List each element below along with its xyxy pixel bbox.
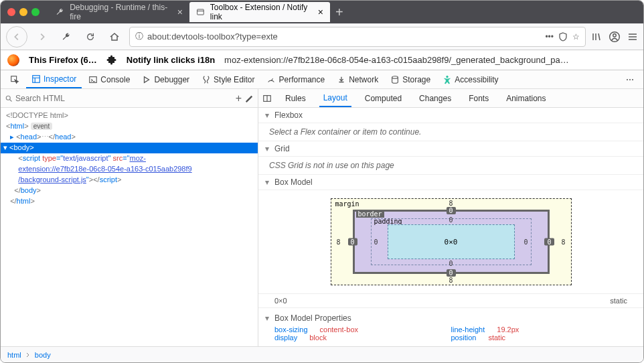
eyedropper-icon[interactable] — [244, 94, 254, 103]
element-position: static — [610, 297, 627, 305]
tab-layout[interactable]: Layout — [319, 89, 351, 107]
minimize-window[interactable] — [19, 8, 27, 16]
grid-header[interactable]: Grid — [258, 141, 643, 157]
margin-label: margin — [335, 200, 359, 208]
runtime-label: This Firefox (6… — [29, 55, 97, 65]
tab-network[interactable]: Network — [331, 70, 384, 88]
svg-line-4 — [598, 33, 600, 40]
layout-panel: Flexbox Select a Flex container or item … — [258, 108, 643, 346]
breadcrumb-item[interactable]: body — [35, 351, 51, 359]
svg-point-19 — [6, 96, 10, 100]
box-model-info: 0×0 static — [258, 294, 643, 308]
tab-inspector[interactable]: Inspector — [26, 70, 82, 88]
search-html-input[interactable] — [15, 94, 233, 103]
meatball-icon[interactable]: ••• — [545, 32, 554, 42]
back-button[interactable] — [6, 26, 27, 48]
library-icon[interactable] — [591, 31, 602, 42]
new-tab-button[interactable]: + — [335, 5, 343, 20]
html-pane-toolbar: + — [1, 89, 258, 107]
menu-icon[interactable] — [627, 31, 638, 42]
debug-target-bar: This Firefox (6… Notify link clicks i18n… — [1, 50, 643, 70]
account-icon[interactable] — [609, 31, 621, 43]
tab-computed[interactable]: Computed — [361, 89, 406, 107]
window-titlebar: Debugging - Runtime / this-fire × Toolbo… — [1, 1, 643, 23]
panel-layout-icon[interactable] — [262, 94, 272, 103]
add-node-button[interactable]: + — [236, 92, 242, 104]
svg-line-20 — [10, 99, 12, 101]
url-input[interactable] — [147, 31, 541, 42]
border-label: border — [356, 210, 384, 218]
svg-point-17 — [392, 76, 398, 78]
box-model-header[interactable]: Box Model — [258, 175, 643, 190]
svg-point-18 — [447, 76, 449, 78]
browser-tab-active[interactable]: Toolbox - Extension / Notify link × — [189, 2, 330, 22]
content-size[interactable]: 0×0 — [388, 224, 515, 259]
tab-accessibility[interactable]: Accessibility — [437, 70, 503, 88]
firefox-icon — [7, 54, 19, 66]
tab-label: Toolbox - Extension / Notify link — [210, 3, 313, 21]
breadcrumb: html body — [1, 346, 643, 362]
element-size: 0×0 — [274, 297, 287, 305]
devtools-toolbar: Inspector Console Debugger Style Editor … — [1, 70, 643, 89]
forward-button[interactable] — [33, 27, 52, 46]
browser-tab-inactive[interactable]: Debugging - Runtime / this-fire × — [49, 2, 189, 22]
flexbox-header[interactable]: Flexbox — [258, 108, 643, 123]
traffic-lights — [7, 8, 39, 16]
box-model-properties: Box Model Properties box-sizingcontent-b… — [258, 308, 643, 344]
doctype: <!DOCTYPE html> — [6, 111, 68, 119]
toolbar-right-icons — [591, 31, 638, 43]
html-tree[interactable]: <!DOCTYPE html> <html> event ▸ <head>⋯</… — [1, 108, 258, 346]
tab-style-editor[interactable]: Style Editor — [196, 70, 260, 88]
tab-fonts[interactable]: Fonts — [465, 89, 493, 107]
inspect-element-button[interactable] — [5, 70, 25, 88]
tab-performance[interactable]: Performance — [261, 70, 330, 88]
grid-message: CSS Grid is not in use on this page — [258, 157, 643, 175]
svg-rect-11 — [33, 75, 40, 82]
side-panel-tabs: Rules Layout Computed Changes Fonts Anim… — [258, 89, 643, 107]
selected-node[interactable]: ▾ <body> — [1, 143, 258, 153]
extension-path: moz-extension://e7fb218e-06c8-054e-a163-… — [224, 55, 637, 65]
tab-debugger[interactable]: Debugger — [137, 70, 195, 88]
svg-point-6 — [613, 33, 617, 37]
maximize-window[interactable] — [31, 8, 39, 16]
tab-storage[interactable]: Storage — [385, 70, 436, 88]
inspector-secondary-toolbar: + Rules Layout Computed Changes Fonts An… — [1, 89, 643, 108]
inspector-main: <!DOCTYPE html> <html> event ▸ <head>⋯</… — [1, 108, 643, 346]
close-tab-icon[interactable]: × — [318, 7, 323, 17]
extension-puzzle-icon — [106, 55, 117, 66]
tab-rules[interactable]: Rules — [281, 89, 310, 107]
tab-animations[interactable]: Animations — [502, 89, 550, 107]
address-bar[interactable]: ⓘ ••• ☆ — [129, 27, 586, 47]
event-badge[interactable]: event — [31, 123, 52, 130]
shield-icon[interactable] — [558, 31, 568, 42]
star-icon[interactable]: ☆ — [572, 32, 580, 42]
tab-changes[interactable]: Changes — [415, 89, 455, 107]
flexbox-message: Select a Flex container or item to conti… — [258, 123, 643, 141]
navigation-toolbar: ⓘ ••• ☆ — [1, 23, 643, 50]
reload-button[interactable] — [81, 27, 100, 46]
bm-props-header[interactable]: Box Model Properties — [258, 311, 643, 325]
wrench-icon[interactable] — [57, 27, 76, 46]
info-icon[interactable]: ⓘ — [135, 31, 143, 42]
tab-console[interactable]: Console — [83, 70, 135, 88]
search-html[interactable] — [5, 94, 233, 103]
extension-name: Notify link clicks i18n — [127, 55, 215, 65]
svg-rect-0 — [197, 9, 204, 15]
wrench-icon — [56, 7, 64, 17]
search-icon — [5, 94, 13, 102]
chevron-right-icon — [25, 352, 31, 358]
tab-label: Debugging - Runtime / this-fire — [70, 3, 172, 21]
devtools-overflow-button[interactable]: ⋯ — [621, 70, 639, 88]
close-window[interactable] — [7, 8, 15, 16]
box-model-diagram[interactable]: margin 8 8 8 8 border 0 0 0 0 padding 0 … — [258, 190, 643, 294]
window-icon — [196, 7, 205, 17]
breadcrumb-item[interactable]: html — [7, 351, 21, 359]
home-button[interactable] — [105, 27, 124, 46]
close-tab-icon[interactable]: × — [177, 7, 183, 17]
